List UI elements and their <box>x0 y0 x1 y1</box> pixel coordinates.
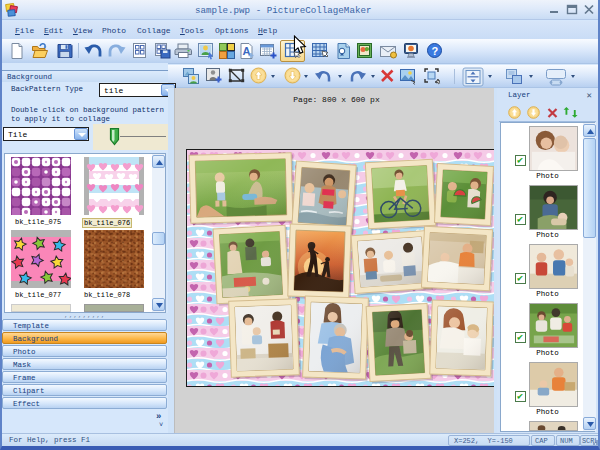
svg-text:?: ? <box>432 45 439 57</box>
